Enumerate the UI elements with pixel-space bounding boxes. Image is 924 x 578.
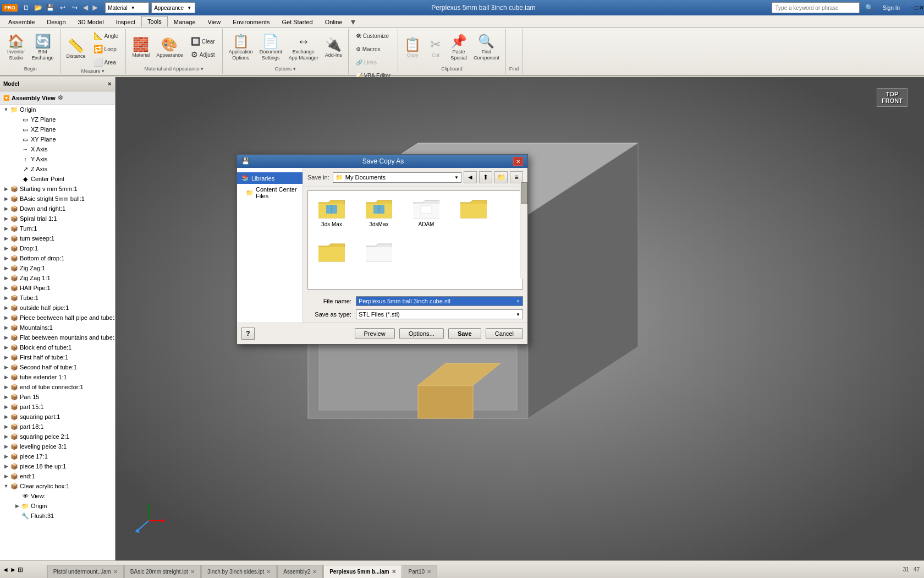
savetype-select[interactable]: STL Files (*.stl) ▼ bbox=[356, 309, 523, 319]
folder-adam-label: ADAM bbox=[419, 221, 435, 227]
folder-extra1-icon bbox=[460, 198, 487, 220]
dialog-close-btn[interactable]: ✕ bbox=[513, 157, 523, 166]
folder-3dsmax2-label: 3dsMax bbox=[369, 221, 388, 227]
dialog-titlebar: 💾 Save Copy As ✕ bbox=[237, 155, 527, 168]
folder-icon-savein: 📁 bbox=[336, 174, 343, 181]
toolbar-back-btn[interactable]: ◄ bbox=[464, 171, 477, 183]
filename-label: File name: bbox=[307, 298, 351, 304]
libraries-icon: 📚 bbox=[241, 175, 249, 182]
dialog-body: 📚 Libraries 📁 Content Center Files Save … bbox=[237, 168, 527, 323]
dialog-left-panel: 📚 Libraries 📁 Content Center Files bbox=[237, 168, 303, 323]
folder-3dsmax[interactable]: 3ds Max bbox=[312, 195, 351, 230]
dialog-title: Save Copy As bbox=[362, 157, 404, 165]
folder-extra3-icon bbox=[366, 242, 392, 264]
dialog-footer: ? Preview Options... Save Cancel bbox=[237, 323, 527, 344]
folder-extra3[interactable] bbox=[360, 239, 398, 268]
folder-3dsmax2[interactable]: 3dsMax bbox=[360, 195, 398, 230]
dialog-file-area: 3ds Max 3dsMax bbox=[307, 190, 523, 290]
folder-adam[interactable]: ADAM bbox=[407, 195, 446, 230]
toolbar-new-folder-btn[interactable]: 📁 bbox=[494, 171, 508, 183]
savetype-arrow: ▼ bbox=[516, 312, 520, 317]
savein-dropdown[interactable]: 📁 My Documents ▼ bbox=[333, 172, 461, 183]
savein-label: Save in: bbox=[307, 174, 329, 181]
scrollbar-thumb[interactable] bbox=[521, 182, 527, 204]
dialog-toolbar: Save in: 📁 My Documents ▼ ◄ ⬆ 📁 ≡ bbox=[303, 168, 527, 187]
folder-extra1[interactable] bbox=[454, 195, 493, 230]
dialog-form: File name: Perplexus 5mm ball 3inch cube… bbox=[303, 293, 527, 323]
dialog-scrollbar[interactable] bbox=[520, 182, 527, 279]
cancel-btn[interactable]: Cancel bbox=[486, 328, 523, 339]
filename-input[interactable]: Perplexus 5mm ball 3inch cube.stl ▼ bbox=[356, 296, 523, 306]
save-dialog-btn[interactable]: Save bbox=[448, 328, 481, 339]
dialog-overlay: 💾 Save Copy As ✕ 📚 Libraries 📁 Content C… bbox=[0, 0, 924, 578]
nav-content-center[interactable]: 📁 Content Center Files bbox=[237, 184, 302, 201]
savein-value: My Documents bbox=[345, 174, 386, 181]
nav-libraries[interactable]: 📚 Libraries bbox=[237, 172, 302, 184]
svg-marker-29 bbox=[366, 247, 392, 261]
savein-arrow: ▼ bbox=[454, 175, 459, 180]
folder-extra2-icon bbox=[318, 242, 345, 264]
folder-3dsmax-icon bbox=[318, 198, 345, 220]
svg-rect-23 bbox=[421, 206, 432, 214]
options-btn[interactable]: Options... bbox=[399, 328, 444, 339]
filename-row: File name: Perplexus 5mm ball 3inch cube… bbox=[307, 296, 523, 306]
savetype-label: Save as type: bbox=[307, 311, 351, 318]
dialog-main: Save in: 📁 My Documents ▼ ◄ ⬆ 📁 ≡ bbox=[303, 168, 527, 323]
svg-marker-27 bbox=[318, 247, 345, 261]
content-center-icon: 📁 bbox=[246, 189, 254, 197]
savetype-row: Save as type: STL Files (*.stl) ▼ bbox=[307, 309, 523, 319]
folder-extra2[interactable] bbox=[312, 239, 351, 268]
svg-marker-25 bbox=[460, 204, 487, 218]
dialog-save-icon: 💾 bbox=[241, 157, 250, 165]
save-copy-as-dialog: 💾 Save Copy As ✕ 📚 Libraries 📁 Content C… bbox=[237, 154, 528, 345]
toolbar-views-btn[interactable]: ≡ bbox=[510, 171, 523, 183]
folder-adam-icon bbox=[413, 198, 439, 220]
folder-3dsmax2-icon bbox=[366, 198, 392, 220]
toolbar-up-btn[interactable]: ⬆ bbox=[479, 171, 492, 183]
help-btn[interactable]: ? bbox=[241, 328, 255, 340]
preview-btn[interactable]: Preview bbox=[355, 328, 395, 339]
filename-dropdown-arrow: ▼ bbox=[516, 299, 520, 304]
folder-3dsmax-label: 3ds Max bbox=[321, 221, 342, 227]
